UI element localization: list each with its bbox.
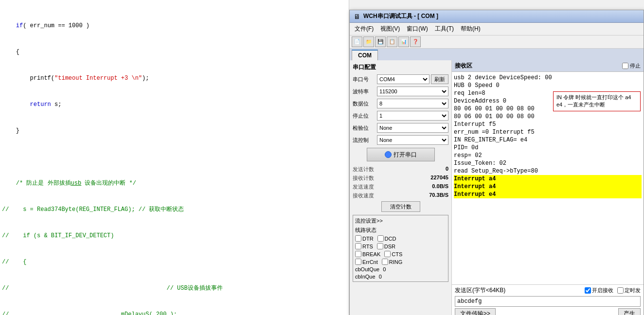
toolbar-btn5[interactable]: 📊	[398, 36, 409, 47]
recv-line-15: Interrupt e4	[454, 191, 642, 198]
stopbits-row: 停止位 1	[353, 111, 448, 121]
code-line: // if (s & BIT_IF_DEV_DETECT)	[2, 231, 347, 240]
cboutque-label: cbOutQue	[355, 266, 379, 272]
dsr-checkbox[interactable]	[377, 243, 383, 249]
code-line: }	[2, 126, 347, 135]
code-line: if( err_num == 1000 )	[2, 21, 347, 30]
recv-count-label: 接收计数	[353, 175, 374, 182]
ring-checkbox[interactable]	[382, 259, 388, 265]
stopbits-label: 停止位	[353, 112, 377, 120]
send-input[interactable]	[455, 296, 641, 307]
send-speed-label: 发送速度	[353, 183, 374, 191]
tab-com[interactable]: COM	[352, 50, 378, 60]
send-speed-row: 发送速度 0.0B/S	[353, 183, 448, 191]
toolbar-save[interactable]: 💾	[375, 36, 386, 47]
wch-titlebar: 🖥 WCH串口调试工具 - [ COM ]	[350, 10, 644, 23]
databits-select[interactable]: 8	[377, 99, 448, 108]
flow-settings-button[interactable]: 流控设置>>	[355, 217, 383, 225]
line-status-label: 线路状态	[355, 227, 376, 234]
cbinque-label: cbInQue	[355, 274, 376, 280]
recv-line-5: 80 06 00 01 00 00 08 00	[454, 113, 642, 121]
ring-checkbox-label[interactable]: RING	[382, 259, 403, 265]
dsr-checkbox-label[interactable]: DSR	[377, 243, 395, 249]
parity-row: 检验位 None	[353, 123, 448, 133]
file-transfer-button[interactable]: 文件传输>>	[455, 308, 496, 315]
cboutque-row: cbOutQue 0	[355, 266, 446, 272]
tab-bar: COM	[350, 49, 644, 60]
code-editor: if( err_num == 1000 ) { printf("timeout …	[0, 0, 349, 315]
receive-panel: 接收区 停止 usb 2 device DeviceSpeed: 00 HUB …	[452, 60, 644, 315]
toolbar-new[interactable]: 📄	[352, 36, 362, 47]
start-recv-checkbox[interactable]	[585, 287, 591, 294]
flow-checkboxes-row2: RTS DSR	[355, 243, 446, 249]
stopbits-select[interactable]: 1	[377, 111, 448, 121]
menu-file[interactable]: 文件(F)	[352, 24, 376, 34]
dcd-checkbox[interactable]	[377, 235, 384, 242]
code-line: // mDelayuS( 200 );	[2, 310, 347, 315]
menu-window[interactable]: 窗口(W)	[404, 24, 430, 34]
recv-line-1: HUB 0 Speed 0	[454, 82, 642, 89]
code-line: {	[2, 48, 347, 56]
port-label: 串口号	[353, 76, 377, 83]
menu-help[interactable]: 帮助(H)	[458, 24, 483, 34]
port-row: 串口号 COM4 刷新	[353, 74, 448, 84]
port-select[interactable]: COM4	[377, 74, 429, 84]
code-line: /* 防止是 外部拔插usb 设备出现的中断 */	[2, 179, 347, 188]
break-checkbox-label[interactable]: BREAK	[355, 251, 380, 257]
dcd-checkbox-label[interactable]: DCD	[377, 235, 396, 242]
timed-send-checkbox[interactable]	[617, 287, 624, 294]
stop-checkbox[interactable]	[622, 63, 628, 69]
refresh-button[interactable]: 刷新	[431, 74, 448, 84]
recv-line-11: Issue_Token: 02	[454, 159, 642, 167]
dtr-checkbox-label[interactable]: DTR	[355, 235, 374, 242]
wch-main: 串口配置 串口号 COM4 刷新 波特率 115200 数据位 8	[350, 60, 644, 315]
flow-section: 流控设置>> 线路状态 DTR DCD RTS DSR BREAK CTS E	[353, 215, 448, 282]
toolbar-help-btn[interactable]: ❓	[410, 36, 421, 47]
annotation-box: IN 令牌 时候就一直打印这个 a4 e4，一直未产生中断	[553, 91, 641, 111]
clear-count-button[interactable]: 清空计数	[381, 201, 420, 212]
recv-count-row: 接收计数 227045	[353, 175, 448, 182]
recv-count-value: 227045	[430, 175, 448, 182]
cts-checkbox[interactable]	[384, 251, 391, 257]
menu-view[interactable]: 视图(V)	[377, 24, 403, 34]
recv-line-6: Interrupt f5	[454, 121, 642, 128]
parity-select[interactable]: None	[377, 123, 448, 133]
rts-checkbox[interactable]	[355, 243, 361, 249]
flow-row: 流控制 None	[353, 135, 448, 145]
cbinque-row: cbInQue 0	[355, 274, 446, 280]
send-button[interactable]: 产生	[618, 308, 641, 315]
wch-title: WCH串口调试工具 - [ COM ]	[363, 12, 640, 20]
start-recv-label[interactable]: 开启接收	[585, 287, 613, 294]
toolbar-open[interactable]: 📁	[363, 36, 374, 47]
serial-config-title: 串口配置	[353, 63, 448, 71]
send-count-label: 发送计数	[353, 166, 374, 173]
errcnt-checkbox[interactable]	[355, 259, 361, 265]
code-line: printf("timeout Interrupt +3 \n");	[2, 74, 347, 83]
parity-label: 检验位	[353, 124, 377, 132]
recv-line-10: resp= 02	[454, 152, 642, 159]
receive-header: 接收区 停止	[452, 60, 644, 72]
rts-checkbox-label[interactable]: RTS	[355, 243, 373, 249]
line-status-row: 线路状态	[355, 227, 446, 234]
wch-window: 🖥 WCH串口调试工具 - [ COM ] 文件(F) 视图(V) 窗口(W) …	[349, 10, 644, 315]
timed-send-label[interactable]: 定时发	[617, 287, 641, 294]
toolbar-btn4[interactable]: 📋	[387, 36, 397, 47]
recv-line-14: Interrupt a4	[454, 183, 642, 191]
code-content: if( err_num == 1000 ) { printf("timeout …	[0, 0, 349, 315]
cts-checkbox-label[interactable]: CTS	[384, 251, 402, 257]
menu-tools[interactable]: 工具(T)	[432, 24, 457, 34]
stats-section: 发送计数 0 接收计数 227045 发送速度 0.0B/S 接收速度 70.3…	[353, 164, 448, 199]
open-port-button[interactable]: 打开串口	[367, 148, 435, 161]
dtr-checkbox[interactable]	[355, 235, 361, 242]
send-area-title: 发送区(字节<64KB)	[455, 286, 505, 295]
break-checkbox[interactable]	[355, 251, 361, 257]
flow-select[interactable]: None	[377, 135, 448, 145]
recv-line-12: read Setup_Req->bType=80	[454, 167, 642, 175]
open-port-label: 打开串口	[394, 151, 417, 159]
baud-label: 波特率	[353, 88, 377, 95]
baud-select[interactable]: 115200	[377, 87, 448, 96]
recv-line-13: Interrupt a4	[454, 175, 642, 183]
receive-content: usb 2 device DeviceSpeed: 00 HUB 0 Speed…	[452, 72, 644, 284]
errcnt-checkbox-label[interactable]: ErrCnt	[355, 259, 378, 265]
stop-checkbox-container: 停止	[622, 62, 641, 70]
